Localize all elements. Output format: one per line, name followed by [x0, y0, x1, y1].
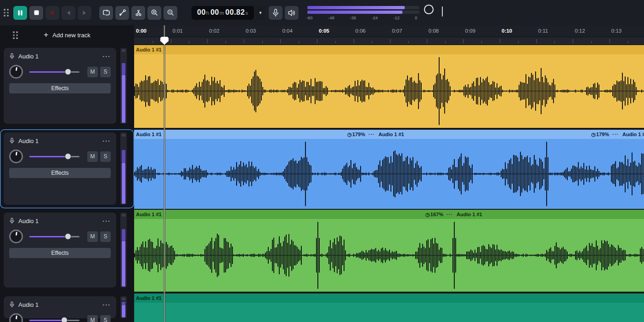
- mute-button[interactable]: M: [87, 67, 98, 77]
- stop-button[interactable]: [29, 6, 43, 20]
- volume-slider-handle[interactable]: [65, 153, 71, 160]
- ruler-tick: [390, 39, 390, 43]
- meter-peak-mark: [442, 6, 443, 17]
- meter-right-channel: [307, 11, 402, 14]
- effects-button[interactable]: Effects: [9, 248, 111, 258]
- track-header-row[interactable]: Audio 1 ··· M S Effects: [0, 209, 134, 291]
- track-level-meter: [120, 296, 127, 318]
- audio-clip[interactable]: Audio 1 #1◷179%···: [134, 130, 377, 209]
- clip-menu-icon[interactable]: ···: [368, 132, 375, 137]
- skip-back-icon: [65, 10, 72, 16]
- solo-button[interactable]: S: [100, 231, 111, 242]
- time-value: 00.82: [226, 8, 245, 17]
- solo-button[interactable]: S: [100, 151, 111, 162]
- skip-forward-button[interactable]: [78, 6, 91, 20]
- track-menu-button[interactable]: ···: [102, 137, 111, 145]
- mic-input-button[interactable]: [269, 6, 282, 20]
- volume-slider[interactable]: [29, 233, 79, 240]
- effects-button[interactable]: Effects: [9, 168, 111, 178]
- ruler-tick: [573, 39, 573, 43]
- pan-knob-tick: [16, 152, 17, 155]
- track-header-panel: Audio 1 ··· M S Effects: [4, 48, 116, 124]
- track-name: Audio 1: [18, 53, 102, 60]
- cut-button[interactable]: [131, 6, 145, 20]
- clip-body: [377, 139, 621, 209]
- time-unit: m: [220, 10, 224, 16]
- ruler-tick: [610, 39, 610, 43]
- skip-back-button[interactable]: [62, 6, 75, 20]
- ruler-time-label: 0:05: [319, 28, 329, 34]
- volume-slider[interactable]: [29, 153, 79, 160]
- pan-knob[interactable]: [9, 230, 23, 243]
- ruler-tick: [591, 41, 592, 43]
- ruler-tick: [463, 39, 463, 43]
- mute-button[interactable]: M: [87, 151, 98, 162]
- scissors-icon: [135, 9, 142, 17]
- loop-icon: [102, 9, 110, 17]
- pan-knob[interactable]: [9, 150, 23, 163]
- clip-body: [134, 139, 377, 209]
- pan-knob-tick: [16, 67, 17, 71]
- audio-clip[interactable]: Audio 1 #1◷167%···: [134, 210, 455, 292]
- ruler-time-label: 0:00: [136, 28, 147, 34]
- clip-label: Audio 1 #1: [136, 212, 425, 217]
- track-menu-button[interactable]: ···: [102, 217, 111, 225]
- add-new-track-button[interactable]: + Add new track: [0, 25, 134, 45]
- track-level-meter: [120, 132, 127, 205]
- record-button[interactable]: [45, 6, 59, 20]
- toolbar-drag-handle-icon[interactable]: [4, 9, 9, 17]
- ruler-tick-strip[interactable]: [134, 37, 644, 45]
- track-menu-button[interactable]: ···: [102, 52, 111, 60]
- volume-slider-handle[interactable]: [61, 317, 68, 322]
- mute-button[interactable]: M: [87, 231, 98, 242]
- track-header-row[interactable]: Audio 1 ··· M S Effects: [0, 45, 134, 127]
- timeline-area: 0:000:010:020:030:040:050:060:070:080:09…: [134, 25, 644, 322]
- volume-slider[interactable]: [29, 69, 79, 75]
- zoom-out-button[interactable]: [164, 6, 177, 20]
- time-display[interactable]: 00h00m00.82s: [192, 6, 254, 20]
- loop-button[interactable]: [99, 6, 113, 20]
- solo-button[interactable]: S: [100, 315, 111, 322]
- ruler-time-label: 0:03: [246, 28, 256, 34]
- audio-clip[interactable]: Audio 1 #1: [455, 210, 644, 292]
- time-ruler[interactable]: 0:000:010:020:030:040:050:060:070:080:09…: [134, 25, 644, 37]
- ruler-time-label: 0:04: [282, 28, 292, 34]
- audio-clip[interactable]: Audio 1 #1: [621, 130, 644, 209]
- time-value: 00: [210, 8, 219, 17]
- volume-slider-handle[interactable]: [65, 233, 71, 240]
- clip-label: Audio 1 #1: [378, 132, 591, 137]
- ruler-tick: [372, 41, 372, 43]
- pan-knob[interactable]: [9, 313, 23, 322]
- pan-knob[interactable]: [9, 65, 23, 79]
- volume-slider-handle[interactable]: [65, 69, 71, 75]
- clip-body: [455, 219, 644, 292]
- effects-button[interactable]: Effects: [9, 83, 111, 93]
- pause-button[interactable]: [13, 6, 27, 20]
- automation-button[interactable]: [115, 6, 129, 20]
- master-volume-knob[interactable]: [424, 5, 434, 14]
- track-header-row[interactable]: Audio 1 ··· M S Effects: [0, 129, 134, 208]
- clock-icon: ◷: [591, 132, 596, 138]
- audio-clip[interactable]: Audio 1 #1: [134, 45, 644, 128]
- ruler-tick: [554, 41, 555, 43]
- meter-db-label: -12: [393, 15, 400, 20]
- sidebar-drag-handle-icon[interactable]: [13, 31, 18, 39]
- zoom-in-button[interactable]: [147, 6, 161, 20]
- time-stretch-badge: ◷179%···: [591, 132, 619, 138]
- clip-header: Audio 1 #1◷179%···: [377, 130, 621, 139]
- audio-clip[interactable]: Audio 1 #1◷179%···: [377, 130, 621, 209]
- clip-menu-icon[interactable]: ···: [446, 212, 453, 217]
- mute-button[interactable]: M: [87, 315, 98, 322]
- track-mic-icon: [9, 301, 15, 308]
- volume-slider[interactable]: [29, 317, 79, 322]
- monitor-output-button[interactable]: [285, 6, 299, 20]
- time-format-dropdown[interactable]: ▼: [256, 6, 265, 20]
- track-header-row[interactable]: Audio 1 ··· M S Effects: [0, 293, 134, 322]
- track-menu-button[interactable]: ···: [102, 301, 111, 309]
- clip-body: [621, 139, 644, 209]
- audio-clip[interactable]: Audio 1 #1: [134, 293, 644, 322]
- automation-icon: [119, 9, 126, 17]
- clip-label: Audio 1 #1: [136, 47, 644, 52]
- solo-button[interactable]: S: [100, 67, 111, 77]
- clip-menu-icon[interactable]: ···: [612, 132, 619, 137]
